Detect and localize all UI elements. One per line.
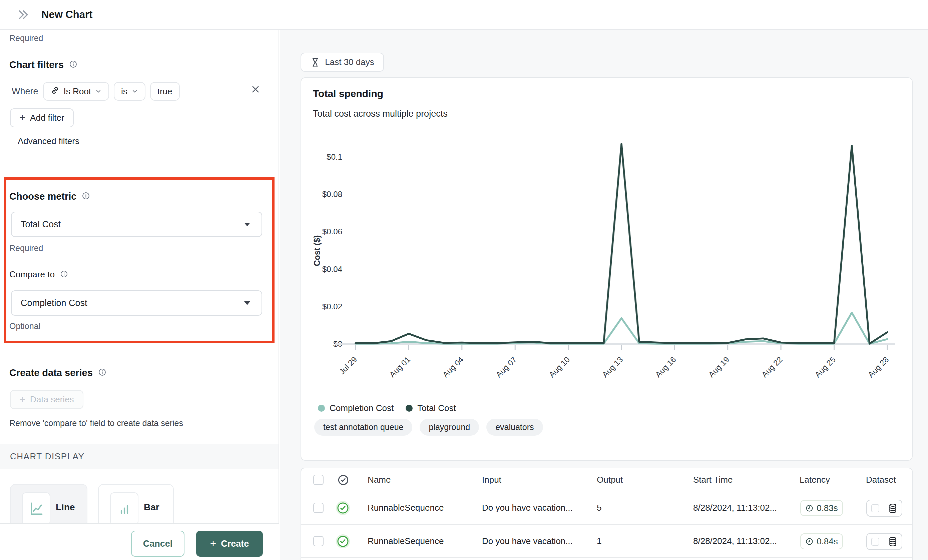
svg-text:Aug 22: Aug 22: [760, 355, 784, 379]
col-input[interactable]: Input: [482, 474, 501, 485]
add-filter-button[interactable]: + Add filter: [10, 108, 74, 127]
metric-helper: Required: [9, 243, 43, 253]
create-button[interactable]: + Create: [196, 531, 263, 557]
cell-start-time: 8/28/2024, 11:13:02...: [693, 536, 777, 546]
caret-down-icon: [244, 223, 250, 226]
chart-type-bar-option[interactable]: Bar: [98, 484, 174, 527]
col-dataset[interactable]: Dataset: [866, 474, 896, 485]
svg-text:$0.06: $0.06: [322, 227, 342, 236]
chevron-down-icon: [95, 88, 102, 95]
runs-table: Name Input Output Start Time Latency Dat…: [301, 468, 913, 560]
legend-item-completion-cost[interactable]: Completion Cost: [318, 403, 394, 413]
data-series-note: Remove 'compare to' field to create data…: [9, 418, 183, 428]
page-title: New Chart: [41, 9, 92, 21]
svg-text:$0.08: $0.08: [322, 190, 342, 199]
metric-select-value: Total Cost: [21, 219, 61, 230]
choose-metric-heading: Choose metric: [9, 191, 76, 202]
svg-text:Aug 28: Aug 28: [866, 355, 891, 379]
spending-plot: $0.1$0.08$0.06$0.04$0.02$0Cost ($)Jul 29…: [301, 134, 913, 394]
plus-icon: +: [210, 538, 217, 550]
cell-input: Do you have vacation...: [482, 503, 573, 513]
compare-to-label: Compare to: [9, 269, 55, 280]
create-data-series-heading: Create data series: [9, 367, 93, 378]
dataset-cell[interactable]: [866, 500, 902, 517]
compare-to-select-value: Completion Cost: [21, 298, 87, 308]
filter-operator-value: is: [121, 86, 127, 97]
svg-text:Aug 04: Aug 04: [441, 355, 465, 379]
success-status-icon: [336, 501, 350, 517]
compare-to-select[interactable]: Completion Cost: [11, 290, 262, 316]
svg-text:Cost ($): Cost ($): [312, 235, 322, 266]
row-checkbox[interactable]: [313, 503, 324, 513]
compare-to-info-icon[interactable]: [60, 270, 69, 280]
legend-item-total-cost[interactable]: Total Cost: [406, 403, 456, 413]
sidebar-footer: Cancel + Create: [0, 523, 279, 560]
svg-text:Aug 19: Aug 19: [707, 355, 731, 379]
dataset-checkbox[interactable]: [871, 538, 879, 546]
tag-playground[interactable]: playground: [420, 418, 479, 436]
project-tags: test annotation queue playground evaluat…: [314, 418, 543, 436]
col-latency[interactable]: Latency: [800, 474, 830, 485]
select-all-checkbox[interactable]: [313, 475, 324, 485]
filter-value-chip[interactable]: true: [150, 82, 180, 100]
svg-text:$0.04: $0.04: [322, 265, 342, 274]
cell-output: 1: [597, 536, 601, 546]
chart-display-section-header: CHART DISPLAY: [0, 444, 279, 469]
svg-text:Aug 16: Aug 16: [653, 355, 678, 379]
filter-field-value: Is Root: [64, 86, 91, 97]
compare-helper: Optional: [9, 321, 40, 331]
latency-badge: 0.83s: [800, 500, 843, 516]
clock-icon: [805, 504, 814, 512]
chart-filters-info-icon[interactable]: [69, 60, 78, 70]
table-row[interactable]: RunnableSequence Do you have vacation...…: [301, 492, 912, 525]
legend-dot-completion: [318, 405, 325, 412]
database-icon: [888, 537, 897, 547]
filter-value: true: [157, 86, 172, 97]
preview-panel: Last 30 days Total spending Total cost a…: [280, 30, 928, 560]
row-checkbox[interactable]: [313, 536, 324, 546]
time-range-button[interactable]: Last 30 days: [301, 53, 384, 72]
success-status-icon: [336, 534, 350, 550]
chart-title: Total spending: [313, 88, 383, 99]
col-start-time[interactable]: Start Time: [693, 474, 733, 485]
svg-text:Jul 29: Jul 29: [337, 355, 359, 376]
hourglass-icon: [310, 57, 320, 67]
filter-operator-dropdown[interactable]: is: [114, 82, 145, 100]
advanced-filters-link[interactable]: Advanced filters: [18, 136, 79, 146]
bar-chart-icon: [116, 501, 133, 517]
cell-name: RunnableSequence: [368, 536, 444, 546]
collapse-panel-icon[interactable]: [16, 7, 31, 22]
svg-text:$0.1: $0.1: [327, 152, 342, 161]
metric-select[interactable]: Total Cost: [11, 212, 262, 237]
chart-subtitle: Total cost across multiple projects: [313, 109, 448, 119]
data-series-button[interactable]: + Data series: [10, 390, 83, 409]
line-option-label: Line: [56, 502, 75, 513]
filter-field-dropdown[interactable]: Is Root: [43, 82, 109, 100]
svg-text:Aug 01: Aug 01: [388, 355, 412, 379]
legend-dot-total: [406, 405, 413, 412]
chart-type-line-option[interactable]: Line: [10, 484, 87, 527]
col-output[interactable]: Output: [597, 474, 623, 485]
cancel-button[interactable]: Cancel: [131, 531, 185, 557]
choose-metric-info-icon[interactable]: [81, 191, 90, 202]
time-range-label: Last 30 days: [325, 57, 374, 67]
where-label: Where: [12, 86, 38, 97]
dataset-cell[interactable]: [866, 533, 902, 550]
chart-legend: Completion Cost Total Cost: [318, 403, 456, 413]
latency-badge: 0.84s: [800, 533, 843, 549]
cell-input: Do you have vacation...: [482, 536, 573, 546]
dataset-checkbox[interactable]: [871, 504, 879, 512]
svg-text:Aug 13: Aug 13: [600, 355, 625, 379]
data-series-info-icon[interactable]: [98, 368, 107, 378]
database-icon: [888, 503, 897, 513]
table-row[interactable]: RunnableSequence Do you have vacation...…: [301, 525, 912, 558]
remove-filter-icon[interactable]: [250, 84, 261, 96]
clock-icon: [805, 537, 814, 546]
tag-evaluators[interactable]: evaluators: [486, 418, 543, 436]
tag-test-annotation-queue[interactable]: test annotation queue: [314, 418, 412, 436]
line-chart-icon: [28, 501, 44, 517]
plus-icon: +: [19, 113, 25, 123]
annotation-highlight-box: [4, 177, 275, 343]
col-name[interactable]: Name: [368, 474, 391, 485]
cell-name: RunnableSequence: [368, 503, 444, 513]
